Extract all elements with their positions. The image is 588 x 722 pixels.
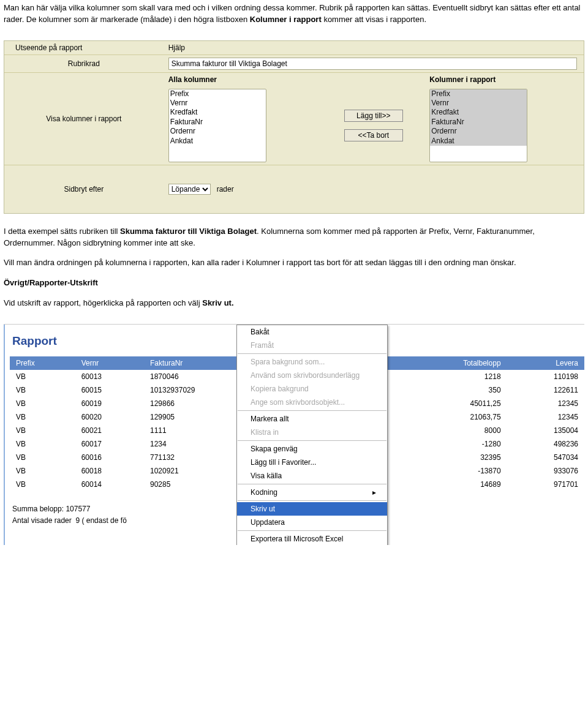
all-columns-option[interactable]: Prefix [169,89,266,99]
menu-select-all[interactable]: Markera allt [237,412,387,426]
selected-columns-option[interactable]: Ordernr [430,127,527,136]
report-col-header: Vernr [75,356,144,370]
header-kolumner-i-rapport: Kolumner i rapport [424,72,584,86]
all-columns-option[interactable]: Kredfakt [169,108,266,117]
selected-columns-list[interactable]: PrefixVernrKredfaktFakturaNrOrdernrAnkda… [429,89,527,162]
menu-separator [238,410,386,411]
table-cell: 498236 [507,437,584,451]
all-columns-option[interactable]: Ordernr [169,127,266,136]
report-screenshot: Rapport PrefixVernrFakturaNrBokfodatumTo… [4,324,584,545]
menu-desktop-obj: Ange som skrivbordsobjekt... [237,396,387,409]
table-cell: 12345 [507,410,584,424]
table-cell: VB [10,397,75,410]
menu-separator [238,530,386,531]
table-cell: 12345 [507,397,584,410]
remove-button[interactable]: <<Ta bort [344,129,403,141]
para1-b: Kolumner i rapport [250,15,322,24]
menu-copy-bg: Kopiera bakgrund [237,382,387,396]
all-columns-option[interactable]: FakturaNr [169,118,266,127]
menu-use-bg: Använd som skrivbordsunderlägg [237,369,387,382]
table-cell: 32395 [402,451,507,464]
menu-separator [238,500,386,501]
table-cell: 14689 [402,478,507,491]
table-cell: VB [10,451,75,464]
table-cell: 60013 [75,370,144,383]
table-cell: 8000 [402,424,507,437]
selected-columns-option[interactable]: Prefix [430,89,527,99]
rubrik-input[interactable] [168,58,577,70]
selected-columns-option[interactable]: Vernr [430,99,527,108]
table-cell: 60014 [75,478,144,491]
table-cell: 122611 [507,383,584,397]
label-visa-kolumner: Visa kolumner i rapport [4,72,164,165]
selected-columns-option[interactable]: Ankdat [430,137,527,146]
table-cell: -1280 [402,437,507,451]
menu-shortcut[interactable]: Skapa genväg [237,442,387,456]
all-columns-option[interactable]: Ankdat [169,137,266,146]
report-col-header: Levera [507,356,584,370]
table-cell: 21063,75 [402,410,507,424]
para4-b: Skriv ut. [202,298,233,307]
para3: Vill man ändra ordningen på kolumnerna i… [4,257,584,269]
selected-columns-option[interactable]: FakturaNr [430,118,527,127]
para4-a: Vid utskrift av rapport, högerklicka på … [4,298,202,307]
header-alla-kolumner: Alla kolumner [164,72,323,86]
all-columns-list[interactable]: PrefixVernrKredfaktFakturaNrOrdernrAnkda… [168,89,266,162]
summa-label: Summa belopp: [12,505,66,513]
mid-text: I detta exempel sätts rubriken till Skum… [0,224,588,324]
heading-ovrigt: Övrigt/Rapporter-Utskrift [4,278,98,287]
table-cell: VB [10,424,75,437]
table-cell: 45011,25 [402,397,507,410]
menu-favorites[interactable]: Lägg till i Favoriter... [237,456,387,469]
vertical-accent-line [4,325,9,545]
label-sidbryt: Sidbryt efter [4,165,164,213]
table-cell: 135004 [507,424,584,437]
report-col-header: Prefix [10,356,75,370]
menu-export-excel[interactable]: Exportera till Microsoft Excel [237,532,387,545]
add-button[interactable]: Lägg till>> [344,110,403,122]
table-cell: VB [10,410,75,424]
table-cell: 60016 [75,451,144,464]
antal-suffix: ( endast de fö [80,516,127,525]
menu-encoding-label: Kodning [251,488,277,497]
submenu-arrow-icon: ▸ [372,488,376,497]
table-cell: 350 [402,383,507,397]
tab-help[interactable]: Hjälp [164,41,584,55]
menu-back[interactable]: Bakåt [237,325,387,339]
table-cell: 933076 [507,464,584,478]
menu-separator [238,353,386,354]
sidbryt-select[interactable]: Löpande [168,184,211,195]
table-cell: 1218 [402,370,507,383]
table-cell: 547034 [507,451,584,464]
menu-refresh[interactable]: Uppdatera [237,516,387,529]
table-cell: VB [10,464,75,478]
table-cell: VB [10,478,75,491]
column-config-panel: Utseende på rapport Hjälp Rubrikrad Visa… [4,40,584,214]
table-cell: 60015 [75,383,144,397]
menu-view-source[interactable]: Visa källa [237,469,387,483]
context-menu[interactable]: Bakåt Framåt Spara bakgrund som... Använ… [236,325,388,545]
label-rubrikrad: Rubrikrad [4,55,164,72]
menu-forward: Framåt [237,339,387,352]
selected-columns-option[interactable]: Kredfakt [430,108,527,117]
table-cell: 60021 [75,424,144,437]
menu-save-bg: Spara bakgrund som... [237,355,387,369]
menu-print[interactable]: Skriv ut [237,502,387,516]
table-cell: VB [10,437,75,451]
all-columns-option[interactable]: Vernr [169,99,266,108]
report-col-header: Totalbelopp [402,356,507,370]
table-cell: 110198 [507,370,584,383]
summa-value: 107577 [66,505,90,513]
tab-utseende[interactable]: Utseende på rapport [4,41,164,55]
table-cell: 60018 [75,464,144,478]
menu-encoding[interactable]: ▸Kodning [237,486,387,499]
table-cell: 60020 [75,410,144,424]
para2-b: Skumma fakturor till Viktiga Bolaget [120,227,257,236]
menu-separator [238,484,386,484]
para1-c: kommer att visas i rapporten. [322,15,426,24]
table-cell: 60019 [75,397,144,410]
intro-text: Man kan här välja vilka kolumner som ska… [0,0,588,40]
menu-paste: Klistra in [237,426,387,439]
sidbryt-suffix: rader [217,185,234,194]
menu-separator [238,440,386,441]
